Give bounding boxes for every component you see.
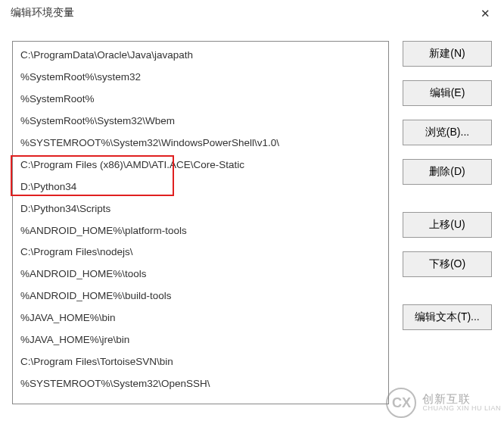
list-item[interactable]: %ANDROID_HOME%\platform-tools [13, 220, 388, 242]
list-item[interactable]: %SystemRoot%\System32\Wbem [13, 111, 388, 132]
list-item[interactable]: C:\Program Files\nodejs\ [13, 242, 388, 263]
close-icon[interactable]: ✕ [476, 5, 495, 22]
list-item[interactable]: C:\ProgramData\Oracle\Java\javapath [13, 45, 388, 67]
list-inner: C:\ProgramData\Oracle\Java\javapath %Sys… [13, 42, 388, 398]
titlebar: 编辑环境变量 ✕ [0, 0, 504, 26]
button-column: 新建(N) 编辑(E) 浏览(B)... 删除(D) 上移(U) 下移(O) 编… [403, 41, 492, 424]
list-item[interactable]: %ANDROID_HOME%\tools [13, 263, 388, 285]
list-item[interactable]: %JAVA_HOME%\jre\bin [13, 329, 388, 351]
moveup-button[interactable]: 上移(U) [403, 212, 492, 238]
list-item[interactable]: %SYSTEMROOT%\System32\WindowsPowerShell\… [13, 132, 388, 154]
edittext-button[interactable]: 编辑文本(T)... [403, 304, 492, 330]
list-item[interactable]: %SystemRoot%\system32 [13, 67, 388, 89]
list-item[interactable]: C:\Program Files\TortoiseSVN\bin [13, 351, 388, 373]
movedown-button[interactable]: 下移(O) [403, 251, 492, 277]
new-button[interactable]: 新建(N) [403, 41, 492, 67]
list-item[interactable]: C:\Program Files (x86)\AMD\ATI.ACE\Core-… [13, 154, 388, 176]
list-item[interactable]: D:\Python34 [13, 176, 388, 198]
window-title: 编辑环境变量 [11, 6, 74, 20]
list-item[interactable]: %JAVA_HOME%\bin [13, 307, 388, 329]
list-item[interactable]: %SYSTEMROOT%\System32\OpenSSH\ [13, 373, 388, 395]
browse-button[interactable]: 浏览(B)... [403, 120, 492, 145]
edit-button[interactable]: 编辑(E) [403, 80, 492, 106]
path-listbox[interactable]: C:\ProgramData\Oracle\Java\javapath %Sys… [12, 41, 389, 404]
list-item[interactable]: D:\Python34\Scripts [13, 198, 388, 220]
list-item[interactable]: %SystemRoot% [13, 89, 388, 111]
content-area: C:\ProgramData\Oracle\Java\javapath %Sys… [12, 41, 492, 424]
list-item[interactable]: %ANDROID_HOME%\build-tools [13, 285, 388, 307]
delete-button[interactable]: 删除(D) [403, 159, 492, 185]
